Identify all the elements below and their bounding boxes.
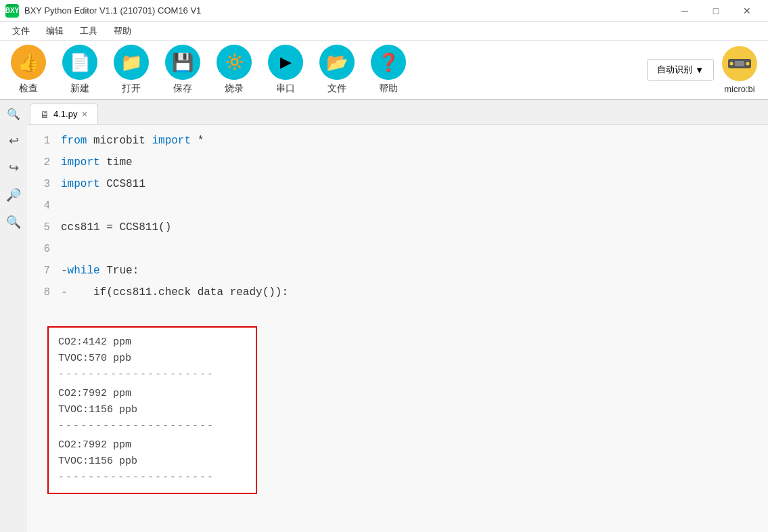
line-number-3: 3: [27, 173, 61, 195]
toolbar-new-button[interactable]: 📄 新建: [62, 45, 97, 95]
monitor-icon: 🖥: [40, 109, 49, 120]
toolbar-help-button[interactable]: ❓ 帮助: [371, 45, 406, 95]
line-number-4: 4: [27, 195, 61, 217]
menu-item-edit[interactable]: 编辑: [39, 24, 70, 39]
title-bar-left: BXY BXY Python Editor V1.1 (210701) COM1…: [5, 4, 201, 18]
save-icon: 💾: [165, 45, 200, 80]
redo-icon[interactable]: ↪: [5, 160, 22, 176]
open-icon: 📁: [114, 45, 149, 80]
line-content-1: from microbit import *: [61, 130, 768, 152]
line-content-7: -while True:: [61, 260, 768, 282]
menu-item-tools[interactable]: 工具: [73, 24, 104, 39]
toolbar: 👍 检查 📄 新建 📁 打开 💾 保存 🔆 烧录 ▶ 串口 📂 文件 ❓ 帮助 …: [0, 41, 768, 100]
reading-2-co2: CO2:7992 ppm: [58, 386, 246, 402]
app-icon: BXY: [5, 4, 19, 18]
line-number-6: 6: [27, 238, 61, 260]
line-content-5: ccs811 = CCS811(): [61, 217, 768, 238]
minimize-button[interactable]: ─: [669, 0, 700, 22]
file-label: 文件: [327, 83, 346, 95]
zoom-in-icon[interactable]: 🔎: [5, 187, 22, 203]
microbit-icon: [722, 46, 757, 81]
check-icon: 👍: [11, 45, 46, 80]
code-line-4: 4: [27, 195, 768, 217]
svg-point-2: [746, 62, 750, 65]
reading-3-co2: CO2:7992 ppm: [58, 437, 246, 453]
code-line-8: 8 - if(ccs811.check data ready()):: [27, 282, 768, 303]
microbit-label: micro:bi: [724, 84, 755, 94]
code-editor[interactable]: 1 from microbit import * 2 import time 3…: [27, 125, 768, 532]
help-icon: ❓: [371, 45, 406, 80]
code-line-6: 6: [27, 238, 768, 260]
separator-1: ---------------------: [58, 367, 246, 383]
file-icon: 📂: [319, 45, 355, 80]
tab-label: 4.1.py: [53, 109, 77, 119]
microbit-device: micro:bi: [722, 46, 757, 94]
toolbar-serial-button[interactable]: ▶ 串口: [268, 45, 303, 95]
sidebar: 🔍 ↩ ↪ 🔎 🔍: [0, 100, 27, 532]
open-label: 打开: [122, 83, 141, 95]
menu-item-file[interactable]: 文件: [5, 24, 37, 39]
reading-3-tvoc: TVOC:1156 ppb: [58, 453, 246, 470]
serial-output-panel: CO2:4142 ppm TVOC:570 ppb --------------…: [47, 326, 257, 494]
toolbar-open-button[interactable]: 📁 打开: [114, 45, 149, 95]
burn-icon: 🔆: [217, 45, 252, 80]
toolbar-check-button[interactable]: 👍 检查: [11, 45, 46, 95]
toolbar-file-button[interactable]: 📂 文件: [319, 45, 355, 95]
reading-1-tvoc: TVOC:570 ppb: [58, 351, 246, 367]
tab-bar: 🖥 4.1.py ✕: [27, 100, 768, 125]
title-text: BXY Python Editor V1.1 (210701) COM16 V1: [24, 5, 201, 16]
line-content-2: import time: [61, 152, 768, 173]
code-line-1: 1 from microbit import *: [27, 130, 768, 152]
editor-area: 🖥 4.1.py ✕ 1 from microbit import * 2 im…: [27, 100, 768, 532]
toolbar-save-button[interactable]: 💾 保存: [165, 45, 200, 95]
reading-2-tvoc: TVOC:1156 ppb: [58, 402, 246, 418]
undo-icon[interactable]: ↩: [5, 133, 22, 149]
window-controls: ─ □ ✕: [669, 0, 763, 22]
reading-1-co2: CO2:4142 ppm: [58, 334, 246, 351]
code-line-7: 7 -while True:: [27, 260, 768, 282]
separator-2: ---------------------: [58, 418, 246, 435]
line-number-7: 7: [27, 260, 61, 282]
toolbar-right: 自动识别 ▼ micro:bi: [647, 46, 757, 94]
zoom-out-icon[interactable]: 🔍: [5, 214, 22, 230]
save-label: 保存: [173, 83, 192, 95]
help-label: 帮助: [379, 83, 398, 95]
separator-3: ---------------------: [58, 470, 246, 486]
code-line-2: 2 import time: [27, 152, 768, 173]
line-content-8: - if(ccs811.check data ready()):: [61, 282, 768, 303]
code-line-3: 3 import CCS811: [27, 173, 768, 195]
search-icon[interactable]: 🔍: [5, 106, 22, 122]
svg-rect-3: [735, 61, 744, 66]
code-line-5: 5 ccs811 = CCS811(): [27, 217, 768, 238]
line-content-3: import CCS811: [61, 173, 768, 195]
toolbar-burn-button[interactable]: 🔆 烧录: [217, 45, 252, 95]
tab-close-icon[interactable]: ✕: [81, 110, 88, 119]
auto-detect-label: 自动识别: [657, 64, 692, 76]
tab-41py[interactable]: 🖥 4.1.py ✕: [30, 104, 98, 124]
menu-bar: 文件 编辑 工具 帮助: [0, 22, 768, 41]
close-button[interactable]: ✕: [731, 0, 763, 22]
new-label: 新建: [70, 83, 89, 95]
line-number-8: 8: [27, 282, 61, 303]
main-area: 🔍 ↩ ↪ 🔎 🔍 🖥 4.1.py ✕ 1 from microbit imp…: [0, 100, 768, 532]
new-icon: 📄: [62, 45, 97, 80]
auto-detect-button[interactable]: 自动识别 ▼: [647, 59, 714, 81]
maximize-button[interactable]: □: [700, 0, 731, 22]
svg-point-1: [730, 62, 733, 65]
line-number-5: 5: [27, 217, 61, 238]
auto-detect-chevron: ▼: [695, 65, 704, 75]
check-label: 检查: [19, 83, 38, 95]
burn-label: 烧录: [225, 83, 244, 95]
serial-label: 串口: [276, 83, 295, 95]
serial-icon: ▶: [268, 45, 303, 80]
line-number-2: 2: [27, 152, 61, 173]
title-bar: BXY BXY Python Editor V1.1 (210701) COM1…: [0, 0, 768, 22]
line-number-1: 1: [27, 130, 61, 152]
menu-item-help[interactable]: 帮助: [107, 24, 138, 39]
